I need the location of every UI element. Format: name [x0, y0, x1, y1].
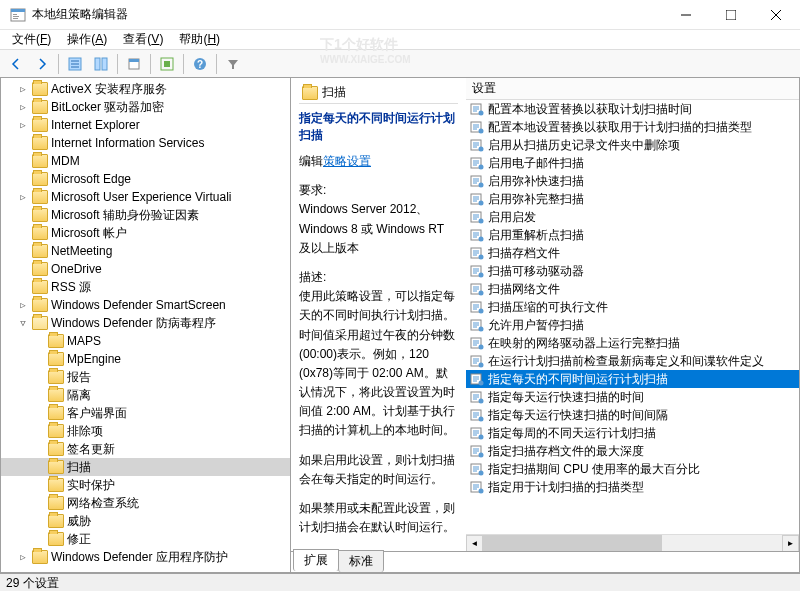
tree-item[interactable]: ▷ActiveX 安装程序服务	[1, 80, 290, 98]
tree-item[interactable]: ▽Windows Defender 防病毒程序	[1, 314, 290, 332]
tree-item[interactable]: ▷Internet Explorer	[1, 116, 290, 134]
tree-item[interactable]: 客户端界面	[1, 404, 290, 422]
setting-item[interactable]: 指定用于计划扫描的扫描类型	[466, 478, 799, 496]
expand-icon[interactable]: ▷	[17, 192, 29, 202]
menu-view[interactable]: 查看(V)	[117, 29, 169, 50]
setting-item[interactable]: 指定每天运行快速扫描的时间间隔	[466, 406, 799, 424]
tree-item[interactable]: Internet Information Services	[1, 134, 290, 152]
tree-item[interactable]: 网络检查系统	[1, 494, 290, 512]
back-button[interactable]	[4, 52, 28, 76]
folder-icon	[48, 388, 64, 402]
policy-icon	[470, 318, 484, 332]
navigation-tree[interactable]: ▷ActiveX 安装程序服务▷BitLocker 驱动器加密▷Internet…	[1, 78, 290, 572]
menu-help[interactable]: 帮助(H)	[173, 29, 226, 50]
menu-file[interactable]: 文件(F)	[6, 29, 57, 50]
setting-item[interactable]: 配置本地设置替换以获取用于计划扫描的扫描类型	[466, 118, 799, 136]
expand-icon[interactable]: ▷	[17, 552, 29, 562]
setting-item[interactable]: 在运行计划扫描前检查最新病毒定义和间谍软件定义	[466, 352, 799, 370]
tree-item[interactable]: Microsoft Edge	[1, 170, 290, 188]
tree-item[interactable]: ▷BitLocker 驱动器加密	[1, 98, 290, 116]
tab-extended[interactable]: 扩展	[293, 549, 339, 571]
tree-item[interactable]: ▷Windows Defender 应用程序防护	[1, 548, 290, 566]
setting-label: 指定用于计划扫描的扫描类型	[488, 479, 644, 496]
scroll-left-button[interactable]: ◄	[466, 535, 483, 552]
setting-item[interactable]: 启用弥补完整扫描	[466, 190, 799, 208]
setting-item[interactable]: 扫描可移动驱动器	[466, 262, 799, 280]
tree-item[interactable]: OneDrive	[1, 260, 290, 278]
filter-button[interactable]	[221, 52, 245, 76]
tree-item-label: 修正	[67, 531, 91, 548]
svg-point-70	[479, 273, 484, 278]
setting-item[interactable]: 扫描压缩的可执行文件	[466, 298, 799, 316]
view-detail-button[interactable]	[89, 52, 113, 76]
tree-item[interactable]: MDM	[1, 152, 290, 170]
tree-item[interactable]: 实时保护	[1, 476, 290, 494]
svg-rect-13	[95, 58, 100, 70]
setting-item[interactable]: 指定扫描存档文件的最大深度	[466, 442, 799, 460]
description-p3: 如果禁用或未配置此设置，则计划扫描会在默认时间运行。	[299, 499, 458, 537]
setting-item[interactable]: 在映射的网络驱动器上运行完整扫描	[466, 334, 799, 352]
tree-item-label: 隔离	[67, 387, 91, 404]
setting-item[interactable]: 启用从扫描历史记录文件夹中删除项	[466, 136, 799, 154]
tree-item[interactable]: ▷Microsoft User Experience Virtuali	[1, 188, 290, 206]
scroll-right-button[interactable]: ►	[782, 535, 799, 552]
tree-item[interactable]: RSS 源	[1, 278, 290, 296]
setting-item[interactable]: 指定扫描期间 CPU 使用率的最大百分比	[466, 460, 799, 478]
tree-item[interactable]: 扫描	[1, 458, 290, 476]
expand-icon[interactable]: ▷	[17, 300, 29, 310]
tree-item[interactable]: 威胁	[1, 512, 290, 530]
svg-point-105	[479, 399, 484, 404]
tree-item-label: MpEngine	[67, 352, 121, 366]
tab-standard[interactable]: 标准	[338, 550, 384, 572]
policy-icon	[470, 390, 484, 404]
expand-icon[interactable]: ▷	[17, 120, 29, 130]
setting-label: 指定每天的不同时间运行计划扫描	[488, 371, 668, 388]
setting-item[interactable]: 启用重解析点扫描	[466, 226, 799, 244]
policy-icon	[470, 300, 484, 314]
tree-item[interactable]: 排除项	[1, 422, 290, 440]
setting-item[interactable]: 启用弥补快速扫描	[466, 172, 799, 190]
help-button[interactable]: ?	[188, 52, 212, 76]
tree-item[interactable]: MAPS	[1, 332, 290, 350]
horizontal-scrollbar[interactable]: ◄ ►	[466, 534, 799, 551]
policy-settings-link[interactable]: 策略设置	[323, 154, 371, 168]
folder-icon	[48, 334, 64, 348]
minimize-button[interactable]	[663, 0, 708, 29]
tree-item[interactable]: 修正	[1, 530, 290, 548]
tree-item[interactable]: 报告	[1, 368, 290, 386]
tree-item[interactable]: 签名更新	[1, 440, 290, 458]
settings-header[interactable]: 设置	[466, 78, 799, 100]
tree-item[interactable]: Microsoft 帐户	[1, 224, 290, 242]
setting-item[interactable]: 扫描网络文件	[466, 280, 799, 298]
setting-item[interactable]: 启用电子邮件扫描	[466, 154, 799, 172]
menu-action[interactable]: 操作(A)	[61, 29, 113, 50]
tree-item[interactable]: NetMeeting	[1, 242, 290, 260]
setting-item[interactable]: 指定每周的不同天运行计划扫描	[466, 424, 799, 442]
toolbar-separator	[117, 54, 118, 74]
setting-item[interactable]: 指定每天的不同时间运行计划扫描	[466, 370, 799, 388]
refresh-button[interactable]	[155, 52, 179, 76]
setting-item[interactable]: 启用启发	[466, 208, 799, 226]
setting-item[interactable]: 允许用户暂停扫描	[466, 316, 799, 334]
setting-item[interactable]: 指定每天运行快速扫描的时间	[466, 388, 799, 406]
tree-item[interactable]: Microsoft 辅助身份验证因素	[1, 206, 290, 224]
svg-point-65	[479, 255, 484, 260]
view-list-button[interactable]	[63, 52, 87, 76]
folder-icon	[32, 100, 48, 114]
policy-icon	[470, 210, 484, 224]
setting-item[interactable]: 扫描存档文件	[466, 244, 799, 262]
expand-icon[interactable]: ▷	[17, 84, 29, 94]
forward-button[interactable]	[30, 52, 54, 76]
setting-label: 启用重解析点扫描	[488, 227, 584, 244]
maximize-button[interactable]	[708, 0, 753, 29]
properties-button[interactable]	[122, 52, 146, 76]
collapse-icon[interactable]: ▽	[17, 318, 29, 328]
tree-item[interactable]: MpEngine	[1, 350, 290, 368]
expand-icon[interactable]: ▷	[17, 102, 29, 112]
setting-label: 指定扫描期间 CPU 使用率的最大百分比	[488, 461, 700, 478]
tree-item[interactable]: ▷Windows Defender SmartScreen	[1, 296, 290, 314]
tree-item[interactable]: 隔离	[1, 386, 290, 404]
settings-list[interactable]: 配置本地设置替换以获取计划扫描时间配置本地设置替换以获取用于计划扫描的扫描类型启…	[466, 100, 799, 534]
setting-item[interactable]: 配置本地设置替换以获取计划扫描时间	[466, 100, 799, 118]
close-button[interactable]	[753, 0, 798, 29]
